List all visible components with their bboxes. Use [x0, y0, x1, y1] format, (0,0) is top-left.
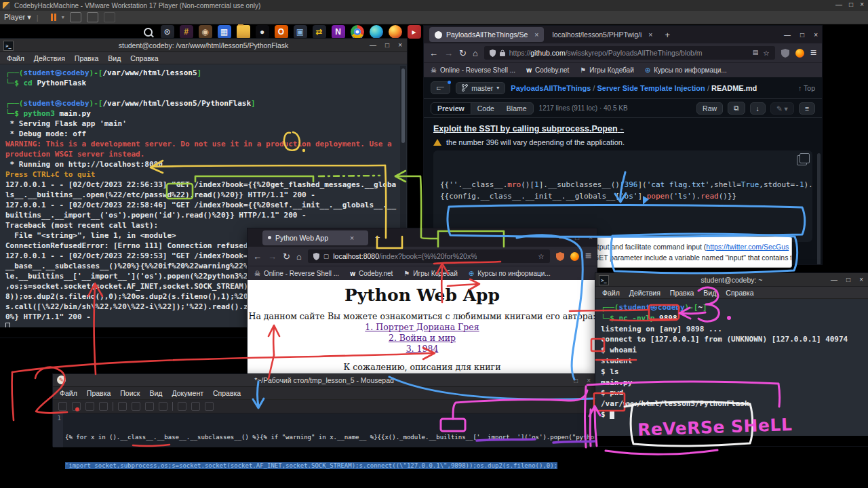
toolbar-icon[interactable] — [132, 402, 140, 411]
vmware-titlebar[interactable]: CodebyHackMachine - VMware Workstation 1… — [0, 0, 868, 11]
scrollbar[interactable] — [817, 153, 821, 264]
maximize-icon[interactable]: □ — [574, 377, 578, 384]
close-icon[interactable]: × — [860, 1, 864, 8]
minimize-icon[interactable]: — — [559, 234, 566, 241]
reload-icon[interactable]: ↻ — [283, 251, 290, 262]
bookmark-star-icon[interactable]: ☆ — [538, 252, 544, 260]
menu-item[interactable]: Файл — [60, 389, 77, 397]
book-link[interactable]: 2. Война и мир — [248, 333, 597, 343]
bookmark-flag[interactable]: ⚑Игры Кодебай — [403, 270, 457, 277]
copy-raw-icon[interactable]: ⧉ — [728, 102, 745, 115]
calendar-app-icon[interactable]: ▦ — [218, 25, 231, 39]
tab-preview[interactable]: Preview — [431, 103, 471, 114]
breadcrumb-repo[interactable]: PayloadsAllTheThings — [511, 84, 591, 92]
toolbar-icon[interactable] — [178, 402, 186, 411]
book-link[interactable]: 1. Портрет Дориана Грея — [248, 322, 597, 332]
pause-dropdown-caret[interactable]: ▾ — [62, 14, 64, 20]
breadcrumb[interactable]: PayloadsAllTheThings / Server Side Templ… — [511, 84, 757, 92]
bookmark-w[interactable]: wCodeby.net — [526, 66, 569, 74]
firefox-account-icon[interactable] — [570, 252, 579, 261]
tooltip-link[interactable]: https://twitter.com/SecGus — [706, 243, 789, 251]
menu-hamburger-icon[interactable]: ≡ — [585, 250, 591, 262]
menu-item[interactable]: Правка — [670, 289, 694, 297]
close-icon[interactable]: × — [814, 31, 818, 39]
editor-area[interactable]: 1 {% for x in ().__class__.__base__.__su… — [53, 413, 595, 447]
mousepad-titlebar[interactable]: ✎ *~/Рабочий стол/tmp_lesson_5 - Mousepa… — [53, 374, 595, 387]
toolbar-icon[interactable] — [159, 402, 167, 411]
menu-item[interactable]: Справка — [726, 289, 753, 297]
download-icon[interactable]: ↓ — [750, 102, 766, 115]
back-to-top-link[interactable]: ↑ Top — [798, 84, 815, 92]
toolbar-icon[interactable] — [58, 402, 67, 411]
maximize-icon[interactable]: □ — [575, 234, 579, 241]
url-bar[interactable]: https://github.com/swisskyrepo/PayloadsA… — [484, 46, 775, 60]
toolbar-icon[interactable] — [85, 402, 94, 411]
maximize-icon[interactable]: □ — [800, 31, 804, 39]
copy-code-icon[interactable] — [797, 155, 807, 165]
maximize-icon[interactable]: □ — [385, 41, 389, 49]
minimize-icon[interactable]: — — [835, 1, 842, 8]
maximize-icon[interactable]: □ — [846, 276, 850, 283]
close-icon[interactable]: × — [589, 234, 593, 241]
branch-selector[interactable]: master ▾ — [456, 82, 505, 94]
firefox-icon[interactable] — [389, 25, 402, 39]
close-icon[interactable]: × — [587, 377, 591, 384]
virtualbox-icon[interactable]: ▣ — [294, 25, 307, 39]
toolbar-icon[interactable] — [191, 402, 200, 411]
forward-icon[interactable]: → — [444, 48, 453, 58]
red-media-app-icon[interactable]: ▸ — [408, 25, 421, 39]
menu-item[interactable]: Правка — [75, 54, 98, 62]
menu-item[interactable]: Вид — [149, 389, 162, 397]
toolbar-icon[interactable] — [145, 402, 154, 411]
menu-item[interactable]: Правка — [87, 389, 111, 397]
ublock-shield-icon[interactable] — [781, 49, 789, 58]
tab-close-icon[interactable]: × — [350, 234, 354, 242]
yellow-arrows-app-icon[interactable]: ⇄ — [313, 25, 326, 39]
menu-item[interactable]: Документ — [172, 389, 203, 397]
edit-pencil-icon[interactable]: ✎ ▾ — [770, 102, 794, 115]
file-explorer-icon[interactable] — [237, 25, 250, 39]
tab-close-icon[interactable]: × — [534, 30, 538, 39]
obs-app-icon[interactable]: O — [275, 25, 288, 39]
tab-payloadsallthethings[interactable]: PayloadsAllTheThings/Se × — [429, 27, 544, 42]
portrait-app-icon[interactable]: ◉ — [199, 25, 212, 39]
toolbar-icon[interactable] — [205, 402, 214, 411]
menu-item[interactable]: Поиск — [120, 389, 140, 397]
pause-vm-icon[interactable] — [51, 14, 56, 21]
outline-icon[interactable]: ≡ — [799, 102, 815, 115]
slack-app-icon[interactable]: # — [180, 25, 193, 39]
menu-item[interactable]: Файл — [7, 54, 24, 62]
toolbar-icon[interactable] — [118, 402, 127, 411]
windows-start-button[interactable] — [125, 26, 136, 38]
menu-item[interactable]: Вид — [108, 54, 121, 62]
bookmark-flag[interactable]: ⚑Игры Кодебай — [580, 66, 633, 74]
ublock-shield-icon[interactable] — [556, 252, 564, 261]
new-tab-button[interactable]: + — [375, 232, 380, 243]
player-menu[interactable]: Player ▾ — [4, 13, 31, 22]
bookmark-globe[interactable]: ⊕Курсы по информаци... — [645, 66, 727, 74]
bookmark-skull[interactable]: ☠Online - Reverse Shell ... — [431, 66, 515, 74]
menu-hamburger-icon[interactable]: ≡ — [810, 47, 816, 59]
tab-close-icon[interactable]: × — [648, 30, 652, 39]
send-ctrl-alt-del-icon[interactable] — [70, 12, 81, 22]
terminal-output[interactable]: ┌──(student㉿codeby)-[~]└─$ nc -nvlp 9898… — [595, 299, 868, 436]
close-icon[interactable]: × — [398, 41, 402, 49]
minimize-icon[interactable]: — — [831, 276, 837, 283]
minimize-icon[interactable]: — — [784, 31, 791, 39]
chrome-icon[interactable] — [351, 25, 364, 39]
breadcrumb-folder[interactable]: Server Side Template Injection — [597, 84, 705, 92]
bookmark-w[interactable]: wCodeby.net — [350, 270, 393, 277]
back-icon[interactable]: ← — [429, 48, 438, 58]
fullscreen-icon[interactable] — [87, 12, 98, 22]
anchor-link-icon[interactable]: ⌁ — [620, 125, 624, 133]
edge-icon[interactable] — [370, 25, 383, 39]
reload-icon[interactable]: ↻ — [459, 48, 467, 58]
minimize-icon[interactable]: — — [370, 41, 376, 49]
file-tree-toggle[interactable]: ⫍ — [431, 81, 450, 94]
menu-item[interactable]: Действия — [34, 54, 65, 62]
forward-icon[interactable]: → — [268, 251, 277, 262]
terminal-titlebar[interactable]: >_ student@codeby: ~ — □ × — [595, 273, 868, 287]
book-link[interactable]: 3. 1984 — [248, 344, 597, 354]
gauge-app-icon[interactable]: ⊙ — [161, 25, 174, 39]
raw-button[interactable]: Raw — [696, 102, 723, 115]
